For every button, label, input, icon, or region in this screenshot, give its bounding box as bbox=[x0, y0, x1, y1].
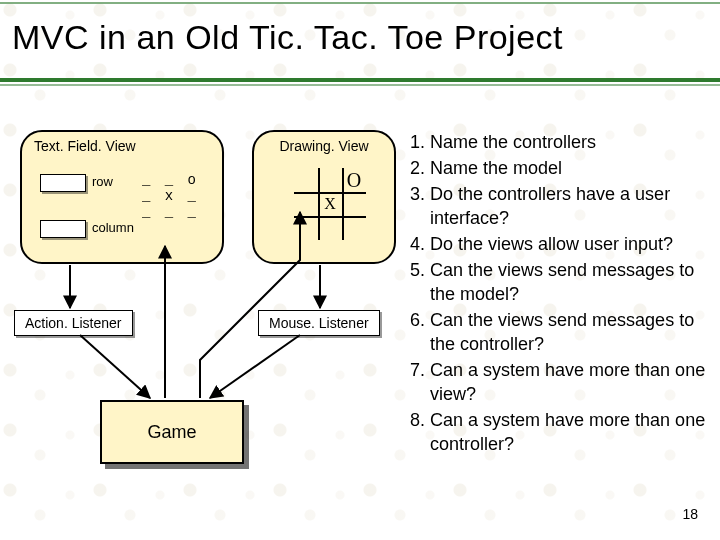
drawing-view-label: Drawing. View bbox=[254, 138, 394, 154]
textfield-view-label: Text. Field. View bbox=[22, 138, 222, 154]
page-number: 18 bbox=[682, 506, 698, 522]
question-item: Can a system have more than one view? bbox=[430, 358, 710, 406]
ascii-board: _ _ o _ x _ _ _ _ bbox=[142, 172, 199, 220]
tictactoe-grid: O X bbox=[294, 168, 366, 240]
question-item: Name the model bbox=[430, 156, 710, 180]
grid-mark-x: X bbox=[318, 192, 342, 216]
question-item: Can the views send messages to the model… bbox=[430, 258, 710, 306]
row-input-label: row bbox=[92, 174, 113, 189]
question-item: Do the views allow user input? bbox=[430, 232, 710, 256]
question-item: Do the controllers have a user interface… bbox=[430, 182, 710, 230]
column-input[interactable] bbox=[40, 220, 86, 238]
mouse-listener-box: Mouse. Listener bbox=[258, 310, 380, 336]
questions-list: Name the controllersName the modelDo the… bbox=[404, 130, 710, 458]
question-item: Can the views send messages to the contr… bbox=[430, 308, 710, 356]
column-input-label: column bbox=[92, 220, 134, 235]
top-rule bbox=[0, 2, 720, 4]
question-item: Can a system have more than one controll… bbox=[430, 408, 710, 456]
action-listener-box: Action. Listener bbox=[14, 310, 133, 336]
title-underline bbox=[0, 78, 720, 82]
question-item: Name the controllers bbox=[430, 130, 710, 154]
row-input[interactable] bbox=[40, 174, 86, 192]
textfield-view-panel: Text. Field. View row column _ _ o _ x _… bbox=[20, 130, 224, 264]
drawing-view-panel: Drawing. View O X bbox=[252, 130, 396, 264]
game-box: Game bbox=[100, 400, 244, 464]
title-underline-thin bbox=[0, 84, 720, 86]
grid-mark-o: O bbox=[342, 168, 366, 192]
page-title: MVC in an Old Tic. Tac. Toe Project bbox=[12, 18, 563, 57]
